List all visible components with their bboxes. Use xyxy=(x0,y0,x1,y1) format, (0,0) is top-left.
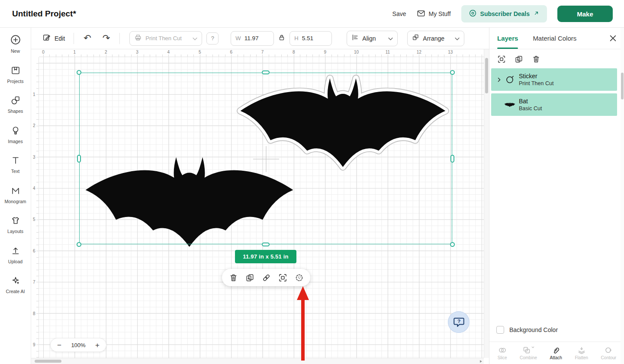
attach-button[interactable]: Attach xyxy=(550,346,562,360)
sidebar-item-create-ai[interactable]: Create AI xyxy=(0,276,31,294)
resize-handle-right[interactable] xyxy=(450,155,454,163)
slice-button[interactable]: Slice xyxy=(498,346,507,360)
scrollbar-thumb[interactable] xyxy=(621,73,624,99)
canvas-area: 0 1 2 3 4 5 6 7 8 9 10 11 12 13 1 2 3 4 … xyxy=(31,49,489,364)
flatten-icon xyxy=(578,346,585,354)
resize-handle-bottom-left[interactable] xyxy=(77,242,81,247)
edit-button[interactable]: Edit xyxy=(42,33,65,43)
panel-tabs: Layers Material Colors xyxy=(489,28,624,49)
sidebar-item-images[interactable]: Images xyxy=(0,126,31,144)
sidebar-item-projects[interactable]: Projects xyxy=(0,66,31,84)
delete-icon[interactable] xyxy=(532,55,540,64)
lock-icon[interactable] xyxy=(278,34,286,43)
top-bar-actions: Save My Stuff Subscriber Deals Make xyxy=(392,0,613,28)
sidebar-item-upload[interactable]: Upload xyxy=(0,246,31,265)
scrollbar-thumb[interactable] xyxy=(485,58,488,93)
layer-operations-bar: Slice Combine Attach Flatten Contour xyxy=(489,342,624,364)
sidebar-item-layouts[interactable]: Layouts xyxy=(0,216,31,234)
contour-button[interactable]: Contour xyxy=(601,346,617,360)
chevron-down-icon xyxy=(455,35,460,42)
canvas-horizontal-scrollbar[interactable] xyxy=(31,358,484,364)
delete-icon[interactable] xyxy=(228,272,238,283)
sticker-icon[interactable] xyxy=(294,272,304,283)
undo-button[interactable]: ↶ xyxy=(84,34,91,43)
attach-icon xyxy=(552,346,560,354)
expand-chevron-icon[interactable] xyxy=(495,77,503,82)
help-button[interactable]: ? xyxy=(448,311,470,333)
layer-item-bat[interactable]: Bat Basic Cut xyxy=(491,93,617,116)
text-icon xyxy=(11,156,20,167)
redo-button[interactable]: ↷ xyxy=(103,34,110,43)
arrange-select[interactable]: Arrange xyxy=(407,31,464,46)
resize-handle-top-right[interactable] xyxy=(450,70,455,75)
access-logo-icon xyxy=(469,10,476,18)
selection-box[interactable] xyxy=(79,73,452,244)
close-panel-button[interactable] xyxy=(610,28,616,49)
images-icon xyxy=(11,126,20,137)
make-button[interactable]: Make xyxy=(557,6,613,22)
layers-panel: Layers Material Colors xyxy=(489,28,624,364)
sparkle-icon xyxy=(11,276,20,287)
chevron-down-icon xyxy=(193,35,197,42)
svg-text:?: ? xyxy=(457,318,460,324)
resize-handle-top-left[interactable] xyxy=(77,70,81,75)
sidebar-item-new[interactable]: New xyxy=(0,35,31,54)
attach-link-icon[interactable] xyxy=(261,272,271,283)
layer-item-sticker[interactable]: Sticker Print Then Cut xyxy=(491,68,617,91)
linetype-help-button[interactable]: ? xyxy=(206,32,219,45)
projects-icon xyxy=(11,66,20,77)
toolbar-divider xyxy=(74,33,74,44)
tab-material-colors[interactable]: Material Colors xyxy=(533,28,576,49)
cricut-design-space-app: Untitled Project* Save My Stuff Subscrib… xyxy=(0,0,624,364)
resize-handle-bottom-right[interactable] xyxy=(450,242,455,247)
width-field[interactable]: W 11.97 xyxy=(231,31,274,46)
close-icon xyxy=(610,35,616,42)
left-sidebar: New Projects Shapes Images Text Monogram… xyxy=(0,28,31,364)
zoom-in-button[interactable]: + xyxy=(95,342,100,349)
help-bubble-icon: ? xyxy=(453,316,465,328)
background-color-row: Background Color xyxy=(496,326,558,334)
linetype-select[interactable]: Print Then Cut xyxy=(129,31,202,46)
toolbar-divider xyxy=(119,33,120,44)
edit-pencil-icon xyxy=(42,33,51,43)
top-bar: Untitled Project* Save My Stuff Subscrib… xyxy=(0,0,624,28)
slice-icon xyxy=(499,346,506,354)
sticker-layer-icon xyxy=(503,75,516,84)
chevron-down-icon xyxy=(531,346,534,348)
resize-handle-bottom[interactable] xyxy=(262,243,270,246)
select-all-icon[interactable] xyxy=(497,55,506,64)
select-frame-icon[interactable] xyxy=(277,272,288,283)
upload-icon xyxy=(11,246,20,257)
resize-handle-left[interactable] xyxy=(77,155,81,163)
layer-list: Sticker Print Then Cut Bat Basic Cut xyxy=(489,67,624,116)
save-button[interactable]: Save xyxy=(392,10,406,17)
bat-layer-icon xyxy=(503,102,516,107)
canvas-vertical-scrollbar[interactable] xyxy=(484,49,489,358)
duplicate-icon[interactable] xyxy=(515,55,523,64)
zoom-out-button[interactable]: − xyxy=(57,342,61,349)
monogram-icon xyxy=(11,186,20,197)
sidebar-item-shapes[interactable]: Shapes xyxy=(0,96,31,114)
height-field[interactable]: H 5.51 xyxy=(289,31,332,46)
flatten-button[interactable]: Flatten xyxy=(575,346,588,360)
vertical-ruler: 1 2 3 4 5 6 7 8 9 xyxy=(31,57,39,358)
project-title: Untitled Project* xyxy=(12,0,76,28)
printer-icon xyxy=(134,34,142,43)
scrollbar-thumb[interactable] xyxy=(35,360,61,363)
plus-circle-icon xyxy=(10,35,21,47)
tab-layers[interactable]: Layers xyxy=(497,28,518,49)
zoom-level: 100% xyxy=(71,342,85,348)
resize-handle-top[interactable] xyxy=(262,70,270,74)
subscriber-deals-button[interactable]: Subscriber Deals xyxy=(461,5,547,22)
scroll-right-arrow-icon[interactable] xyxy=(480,360,482,363)
arrange-icon xyxy=(412,34,419,43)
sidebar-item-monogram[interactable]: Monogram xyxy=(0,186,31,204)
background-color-checkbox[interactable] xyxy=(496,326,504,334)
panel-scrollbar[interactable] xyxy=(621,28,624,364)
duplicate-icon[interactable] xyxy=(244,272,255,283)
combine-button[interactable]: Combine xyxy=(520,346,537,360)
annotation-arrow xyxy=(293,285,312,361)
sidebar-item-text[interactable]: Text xyxy=(0,156,31,174)
my-stuff-button[interactable]: My Stuff xyxy=(417,9,451,19)
align-select[interactable]: Align xyxy=(347,31,398,46)
